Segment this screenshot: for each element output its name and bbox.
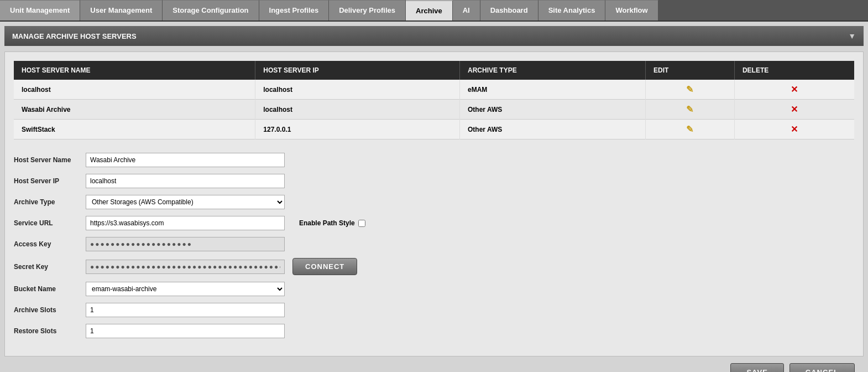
save-button[interactable]: SAVE	[730, 363, 783, 372]
restore-slots-label: Restore Slots	[14, 327, 86, 335]
host-server-name-row: Host Server Name	[14, 153, 854, 167]
archive-type-label: Archive Type	[14, 198, 86, 206]
bucket-name-label: Bucket Name	[14, 285, 86, 293]
restore-slots-row: Restore Slots	[14, 324, 854, 338]
cell-archive-type: eMAM	[460, 80, 646, 100]
table-row: localhost localhost eMAM ✎ ✕	[14, 80, 854, 100]
delete-icon[interactable]: ✕	[791, 105, 798, 114]
secret-key-row: Secret Key CONNECT	[14, 258, 854, 275]
archive-table: HOST SERVER NAME HOST SERVER IP ARCHIVE …	[14, 61, 854, 140]
host-server-name-input[interactable]	[86, 153, 285, 167]
enable-path-style-checkbox[interactable]	[358, 220, 365, 227]
secret-key-label: Secret Key	[14, 263, 86, 271]
service-url-connect-row: Enable Path Style	[86, 216, 365, 230]
archive-type-select[interactable]: Other Storages (AWS Compatible)eMAMAmazo…	[86, 195, 285, 209]
tab-archive[interactable]: Archive	[406, 0, 453, 20]
archive-card: HOST SERVER NAME HOST SERVER IP ARCHIVE …	[4, 51, 864, 356]
archive-type-row: Archive Type Other Storages (AWS Compati…	[14, 195, 854, 209]
tab-ai[interactable]: AI	[453, 0, 480, 20]
cell-edit[interactable]: ✎	[646, 80, 735, 100]
table-row: SwiftStack 127.0.0.1 Other AWS ✎ ✕	[14, 120, 854, 140]
access-key-row: Access Key	[14, 237, 854, 251]
tab-site-analytics[interactable]: Site Analytics	[538, 0, 606, 20]
archive-slots-row: Archive Slots	[14, 303, 854, 317]
table-body: localhost localhost eMAM ✎ ✕ Wasabi Arch…	[14, 80, 854, 140]
restore-slots-input[interactable]	[86, 324, 285, 338]
col-archive-type: ARCHIVE TYPE	[460, 61, 646, 80]
section-header: MANAGE ARCHIVE HOST SERVERS ▼	[4, 26, 864, 46]
host-server-ip-row: Host Server IP	[14, 174, 854, 188]
cell-delete[interactable]: ✕	[734, 80, 854, 100]
cancel-button[interactable]: CANCEL	[789, 363, 855, 372]
tab-bar: Unit ManagementUser ManagementStorage Co…	[0, 0, 868, 22]
tab-delivery-profiles[interactable]: Delivery Profiles	[329, 0, 406, 20]
cell-delete[interactable]: ✕	[734, 100, 854, 120]
service-url-label: Service URL	[14, 219, 86, 227]
col-host-server-name: HOST SERVER NAME	[14, 61, 255, 80]
access-key-label: Access Key	[14, 240, 86, 248]
cell-archive-type: Other AWS	[460, 100, 646, 120]
access-key-input[interactable]	[86, 237, 285, 251]
cell-server-ip: localhost	[255, 100, 460, 120]
cell-server-name: Wasabi Archive	[14, 100, 255, 120]
delete-icon[interactable]: ✕	[791, 125, 798, 134]
cell-edit[interactable]: ✎	[646, 120, 735, 140]
table-row: Wasabi Archive localhost Other AWS ✎ ✕	[14, 100, 854, 120]
cell-server-ip: localhost	[255, 80, 460, 100]
collapse-arrow-icon[interactable]: ▼	[848, 32, 856, 40]
host-server-ip-input[interactable]	[86, 174, 285, 188]
enable-path-style-label: Enable Path Style	[299, 219, 355, 227]
tab-user-management[interactable]: User Management	[80, 0, 163, 20]
cell-edit[interactable]: ✎	[646, 100, 735, 120]
cell-server-ip: 127.0.0.1	[255, 120, 460, 140]
tab-workflow[interactable]: Workflow	[605, 0, 658, 20]
table-header-row: HOST SERVER NAME HOST SERVER IP ARCHIVE …	[14, 61, 854, 80]
service-url-row: Service URL Enable Path Style	[14, 216, 854, 230]
host-server-name-label: Host Server Name	[14, 156, 86, 164]
cell-delete[interactable]: ✕	[734, 120, 854, 140]
tab-ingest-profiles[interactable]: Ingest Profiles	[259, 0, 330, 20]
col-delete: DELETE	[734, 61, 854, 80]
bucket-name-row: Bucket Name emam-wasabi-archive	[14, 282, 854, 296]
enable-path-style-group: Enable Path Style	[299, 219, 365, 227]
col-host-server-ip: HOST SERVER IP	[255, 61, 460, 80]
edit-icon[interactable]: ✎	[686, 105, 693, 114]
connect-button[interactable]: CONNECT	[292, 258, 357, 275]
secret-key-input[interactable]	[86, 260, 285, 274]
form-section: Host Server Name Host Server IP Archive …	[14, 151, 854, 347]
delete-icon[interactable]: ✕	[791, 85, 798, 94]
tab-dashboard[interactable]: Dashboard	[480, 0, 538, 20]
main-content: MANAGE ARCHIVE HOST SERVERS ▼ HOST SERVE…	[0, 22, 868, 372]
footer-bar: SAVE CANCEL	[4, 356, 864, 372]
host-server-ip-label: Host Server IP	[14, 177, 86, 185]
cell-archive-type: Other AWS	[460, 120, 646, 140]
service-url-input[interactable]	[86, 216, 285, 230]
tab-storage-configuration[interactable]: Storage Configuration	[163, 0, 259, 20]
section-title: MANAGE ARCHIVE HOST SERVERS	[12, 32, 137, 40]
edit-icon[interactable]: ✎	[686, 125, 693, 134]
edit-icon[interactable]: ✎	[686, 85, 693, 94]
cell-server-name: localhost	[14, 80, 255, 100]
archive-slots-label: Archive Slots	[14, 306, 86, 314]
bucket-name-select[interactable]: emam-wasabi-archive	[86, 282, 285, 296]
cell-server-name: SwiftStack	[14, 120, 255, 140]
archive-slots-input[interactable]	[86, 303, 285, 317]
col-edit: EDIT	[646, 61, 735, 80]
tab-unit-management[interactable]: Unit Management	[0, 0, 80, 20]
